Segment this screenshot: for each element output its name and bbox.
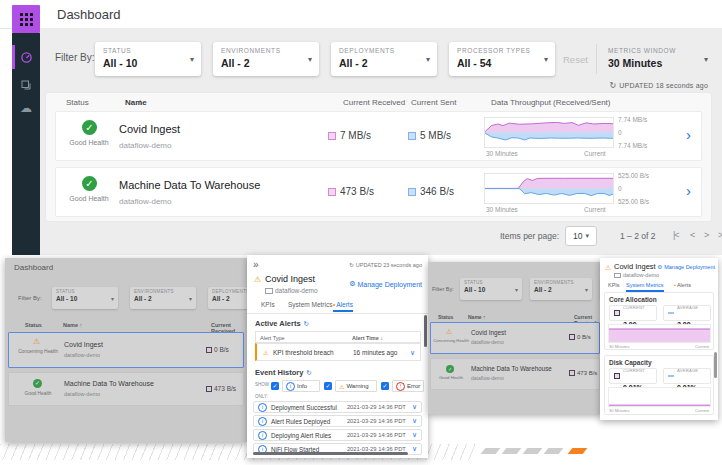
- last-page-button[interactable]: >|: [718, 230, 722, 240]
- deployment-name[interactable]: Machine Data To Warehouse: [119, 179, 260, 191]
- col-sent[interactable]: Current Sent: [411, 98, 456, 107]
- mini-status-dropdown[interactable]: STATUSAll - 10▾: [52, 287, 118, 309]
- mini-received-metric: 0 B/s: [206, 346, 229, 353]
- reset-button[interactable]: Reset: [563, 54, 588, 65]
- collapse-panel-icon[interactable]: »: [253, 259, 259, 270]
- per-page-value: 10: [573, 231, 582, 241]
- mini-deployments-dropdown[interactable]: DEPLOYMENTSAll - 2▾: [208, 287, 247, 309]
- mini-row-covid-ingest[interactable]: ⚠ Concerning Health Covid Ingest dataflo…: [8, 332, 244, 368]
- deployments-filter-dropdown[interactable]: DEPLOYMENTS All - 2 ▾: [331, 42, 437, 76]
- received-metric: 7 MB/s: [328, 130, 371, 141]
- tab-kpis[interactable]: KPIs: [608, 282, 620, 288]
- alert-table-header: Alert Type Alert Time ↓: [255, 331, 421, 343]
- refresh-icon[interactable]: ↻: [609, 81, 616, 90]
- expand-row-chevron[interactable]: ›: [686, 126, 691, 143]
- sidebar-item-catalog[interactable]: [12, 77, 40, 95]
- received-swatch-icon: [328, 188, 336, 196]
- event-row[interactable]: i Deployment Successful 2021-03-29 14:36…: [253, 401, 422, 413]
- tab-system-metrics[interactable]: System Metrics: [626, 282, 664, 292]
- app-launcher-button[interactable]: [12, 5, 40, 33]
- caret-down-icon: ▾: [585, 232, 589, 240]
- error-icon: !: [396, 382, 405, 391]
- col-status[interactable]: Status: [66, 98, 89, 107]
- refresh-icon[interactable]: ↻: [349, 262, 354, 268]
- sort-asc-icon: ↑: [138, 98, 142, 107]
- info-filter[interactable]: i Info: [282, 380, 320, 392]
- dash-decoration: [544, 448, 564, 454]
- next-page-button[interactable]: >: [704, 230, 708, 240]
- info-checkbox[interactable]: ✓: [271, 382, 279, 390]
- horizontal-scrollbar[interactable]: [253, 452, 408, 455]
- error-checkbox[interactable]: ✓: [381, 382, 389, 390]
- event-row[interactable]: i Alert Rules Deployed 2021-03-29 14:36 …: [253, 415, 422, 427]
- updated-text: UPDATED 23 seconds ago: [356, 262, 422, 268]
- mini-received-metric: 0 B/s: [569, 334, 591, 340]
- average-line-icon: [668, 375, 674, 377]
- dropdown-value: 30 Minutes: [608, 57, 712, 69]
- dropdown-value: All - 10: [103, 57, 193, 69]
- items-per-page-select[interactable]: 10 ▾: [565, 226, 597, 246]
- environments-filter-dropdown[interactable]: ENVIRONMENTS All - 2 ▾: [213, 42, 319, 76]
- alert-dot-icon: •: [674, 282, 676, 288]
- refresh-icon[interactable]: ↻: [304, 320, 309, 328]
- expand-event-chevron[interactable]: ∨: [412, 403, 417, 411]
- mini-row-machine-data[interactable]: ✓ Good Health Machine Data To Warehouse …: [8, 372, 244, 406]
- mini-deployment-env: dataflow-demo: [471, 375, 504, 381]
- col-name[interactable]: Name: [125, 98, 147, 107]
- info-icon: i: [286, 382, 295, 391]
- y-max-label: 7.74 MB/s: [618, 116, 647, 123]
- info-icon: i: [258, 417, 267, 426]
- core-allocation-chart: [608, 324, 711, 343]
- current-swatch-icon: [614, 310, 620, 316]
- event-history-heading: Event History ↻: [255, 368, 312, 377]
- alert-dot-icon: •: [333, 301, 335, 308]
- caret-down-icon: ▾: [704, 55, 708, 64]
- dropdown-label: ENVIRONMENTS: [221, 47, 311, 54]
- mini-environments-dropdown[interactable]: ENVIRONMENTSAll - 2▾: [130, 287, 196, 309]
- warning-checkbox[interactable]: ✓: [324, 382, 332, 390]
- deployment-name[interactable]: Covid Ingest: [119, 123, 180, 135]
- expand-alert-chevron[interactable]: ∨: [410, 349, 415, 357]
- first-page-button[interactable]: |<: [673, 230, 679, 240]
- gear-icon: ⚙: [349, 280, 355, 288]
- table-row-machine-data[interactable]: ✓ Good Health Machine Data To Warehouse …: [55, 167, 702, 217]
- environment-icon: [265, 288, 273, 294]
- expand-event-chevron[interactable]: ∨: [412, 431, 417, 439]
- panel-environment: dataflow-demo: [265, 287, 318, 294]
- vertical-scrollbar[interactable]: [714, 352, 717, 378]
- manage-deployment-button[interactable]: ⚙ Manage Deployment: [349, 280, 422, 288]
- tab-alerts[interactable]: •Alerts: [333, 301, 353, 312]
- prev-page-button[interactable]: <: [690, 230, 694, 240]
- dropdown-value: All - 2: [339, 57, 429, 69]
- disk-capacity-chart: [608, 387, 711, 407]
- expand-event-chevron[interactable]: ∨: [412, 445, 417, 453]
- error-filter[interactable]: ! Error: [392, 380, 424, 392]
- mini-row-machine-data[interactable]: ✓ Good Health Machine Data To Warehouse …: [430, 358, 600, 390]
- col-received[interactable]: Current Received: [343, 98, 405, 107]
- mini-row-covid-ingest[interactable]: ⚠ Concerning Health Covid Ingest dataflo…: [430, 322, 600, 354]
- alert-row[interactable]: ⚠ KPI threshold breach 16 minutes ago ∨: [255, 343, 421, 361]
- warning-filter[interactable]: ⚠ Warning: [335, 380, 377, 392]
- mini-status-dropdown[interactable]: STATUSAll - 10▾: [460, 278, 522, 300]
- alert-col-time[interactable]: Alert Time ↓: [352, 335, 383, 341]
- mini-environments-dropdown[interactable]: ENVIRONMENTSAll - 2▾: [530, 278, 592, 300]
- y-min-label: 7.74 MB/s: [618, 142, 647, 149]
- tab-alerts[interactable]: •Alerts: [674, 282, 691, 288]
- average-stat: AVERAGE2.00: [663, 305, 711, 321]
- tab-system-metrics[interactable]: System Metrics: [288, 301, 332, 308]
- refresh-icon[interactable]: ↻: [306, 369, 311, 377]
- event-row[interactable]: i Deploying Alert Rules 2021-03-29 14:36…: [253, 429, 422, 441]
- vertical-scrollbar[interactable]: [424, 315, 427, 347]
- expand-event-chevron[interactable]: ∨: [412, 417, 417, 425]
- processor-types-filter-dropdown[interactable]: PROCESSOR TYPES All - 54 ▾: [449, 42, 555, 76]
- mini-col-name: Name ↑: [63, 322, 82, 328]
- tab-kpis[interactable]: KPIs: [261, 301, 275, 308]
- sidebar-item-dashboard[interactable]: [12, 50, 40, 68]
- sidebar-item-environments[interactable]: ☁: [12, 101, 40, 115]
- status-filter-dropdown[interactable]: STATUS All - 10 ▾: [95, 42, 201, 76]
- metrics-window-dropdown[interactable]: METRICS WINDOW 30 Minutes ▾: [608, 47, 712, 69]
- dropdown-label: DEPLOYMENTS: [339, 47, 429, 54]
- table-row-covid-ingest[interactable]: ✓ Good Health Covid Ingest dataflow-demo…: [55, 111, 702, 161]
- manage-deployment-button[interactable]: ⚙ Manage Deployment: [657, 264, 715, 270]
- expand-row-chevron[interactable]: ›: [686, 182, 691, 199]
